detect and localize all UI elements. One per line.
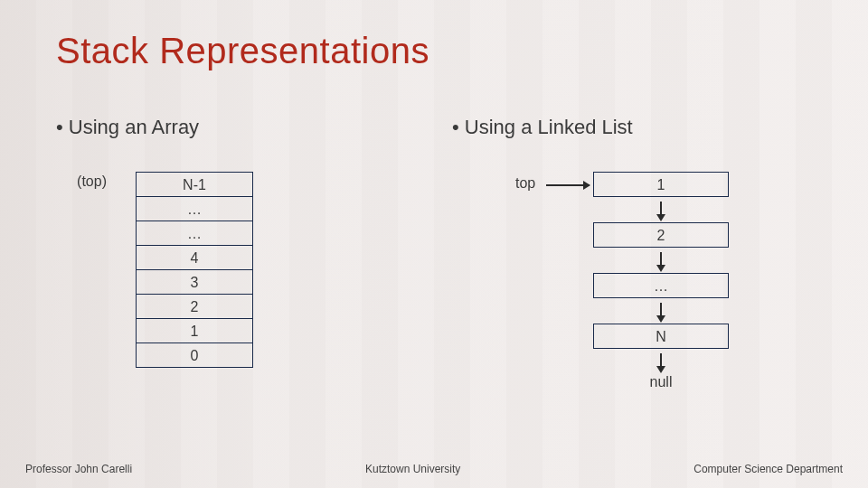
column-right: Using a Linked List [452,116,814,139]
linked-list-null: null [593,374,729,390]
arrow-icon [546,184,590,186]
linked-list-top-label: top [515,175,535,192]
slide: Stack Representations Using an Array Usi… [0,0,868,488]
footer-center: Kutztown University [365,463,460,475]
column-left: Using an Array [56,116,418,139]
linked-list-node: 2 [593,222,729,248]
array-cell: 2 [137,295,252,319]
linked-list-nodes: 1 2 … N null [593,172,729,390]
footer-left: Professor John Carelli [25,463,132,475]
array-cell: 0 [137,343,252,368]
array-cell: … [137,197,252,221]
array-cell: N-1 [137,173,252,197]
footer: Professor John Carelli Kutztown Universi… [0,463,868,475]
bullet-array: Using an Array [56,116,418,139]
array-cell: 3 [137,270,252,295]
array-cell: 4 [137,246,252,270]
linked-list-node: … [593,273,729,298]
slide-title: Stack Representations [56,31,429,71]
array-cell: … [137,221,252,246]
array-cell: 1 [137,319,252,343]
linked-list-node: N [593,324,729,349]
array-table: N-1 … … 4 3 2 1 0 [136,172,253,368]
linked-list-node: 1 [593,172,729,197]
array-top-label: (top) [69,172,107,190]
array-diagram: (top) N-1 … … 4 3 2 1 0 [69,172,253,368]
bullet-linked-list: Using a Linked List [452,116,814,139]
footer-right: Computer Science Department [693,463,843,475]
